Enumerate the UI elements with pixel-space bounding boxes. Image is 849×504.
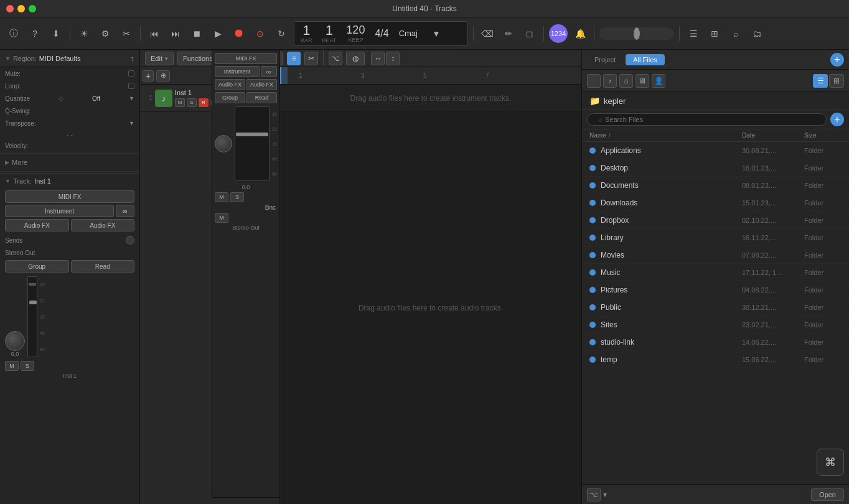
region-chevron[interactable]: ▼ bbox=[5, 55, 11, 62]
search-input[interactable] bbox=[587, 113, 827, 126]
strip-group-btn[interactable]: Group bbox=[215, 92, 245, 103]
forward-btn[interactable]: › bbox=[603, 74, 617, 88]
audio-fx-btn2[interactable]: Audio FX bbox=[71, 219, 135, 231]
scissors-btn[interactable]: ✂ bbox=[304, 52, 318, 65]
more-section[interactable]: ▶ More bbox=[0, 155, 139, 170]
close-button[interactable] bbox=[6, 5, 14, 12]
file-item[interactable]: Documents 08.01.23,... Folder bbox=[582, 177, 849, 194]
import-button[interactable]: ⬇ bbox=[47, 25, 65, 42]
file-item[interactable]: Downloads 15.01.23,... Folder bbox=[582, 194, 849, 212]
group-btn-1[interactable]: Group bbox=[5, 260, 69, 273]
delete-button[interactable]: ⌫ bbox=[479, 25, 496, 42]
track-chevron[interactable]: ▼ bbox=[5, 178, 11, 184]
strip-read-btn[interactable]: Read bbox=[246, 92, 277, 103]
user-btn[interactable]: 👤 bbox=[652, 74, 665, 88]
col-date-header[interactable]: Date bbox=[742, 132, 804, 139]
mute-checkbox[interactable] bbox=[128, 70, 134, 77]
solo-btn-1[interactable]: S bbox=[21, 361, 34, 371]
file-item[interactable]: Sites 23.02.21,... Folder bbox=[582, 316, 849, 334]
mute-btn-1[interactable]: M bbox=[5, 361, 19, 371]
metronome-button[interactable]: ☀ bbox=[75, 25, 93, 42]
info-button[interactable]: ⓘ bbox=[5, 25, 22, 42]
sends-knob[interactable] bbox=[126, 236, 134, 245]
edit-tool-button[interactable]: ✏ bbox=[500, 25, 517, 42]
strip-m-btn2[interactable]: M bbox=[215, 213, 228, 223]
add-browser-btn[interactable]: + bbox=[830, 53, 844, 67]
strip-m-btn[interactable]: M bbox=[215, 192, 228, 202]
loop-btn[interactable]: ◍ bbox=[346, 52, 365, 65]
file-item[interactable]: Movies 07.08.22,... Folder bbox=[582, 246, 849, 264]
file-item[interactable]: Library 16.11.22,... Folder bbox=[582, 229, 849, 246]
strip-fader-handle[interactable] bbox=[236, 133, 268, 136]
file-item[interactable]: Music 17.11.22, 1... Folder bbox=[582, 264, 849, 281]
quantize-arrow[interactable]: ▼ bbox=[129, 95, 134, 101]
main-knob[interactable] bbox=[5, 331, 25, 351]
grid-view-button[interactable]: ⊞ bbox=[706, 25, 723, 42]
minimize-button[interactable] bbox=[17, 5, 25, 12]
file-item[interactable]: studio-link 14.06.22,... Folder bbox=[582, 334, 849, 351]
fast-forward-button[interactable]: ⏭ bbox=[167, 25, 184, 42]
transport-dropdown[interactable]: ▼ bbox=[428, 25, 445, 42]
mixer-button[interactable]: ⚙ bbox=[96, 25, 114, 42]
instrument-btn[interactable]: Instrument bbox=[5, 205, 114, 217]
transpose-arrow[interactable]: ▼ bbox=[129, 120, 134, 126]
audio-fx-btn1[interactable]: Audio FX bbox=[5, 219, 69, 231]
track-view-btn[interactable]: ≡ bbox=[287, 52, 301, 65]
midi-fx-btn[interactable]: MIDI FX bbox=[5, 190, 134, 203]
fader-handle[interactable] bbox=[29, 301, 37, 304]
strip-audio-fx-btn2[interactable]: Audio FX bbox=[246, 79, 277, 90]
stop-button[interactable]: ⏹ bbox=[188, 25, 205, 42]
tab-project[interactable]: Project bbox=[587, 54, 623, 65]
column-view-btn[interactable]: ⊞ bbox=[829, 74, 844, 88]
file-item[interactable]: temp 15.06.22,... Folder bbox=[582, 351, 849, 368]
loop-checkbox[interactable] bbox=[128, 83, 134, 89]
track-m-btn[interactable]: M bbox=[175, 98, 185, 107]
cycle-button[interactable]: ↻ bbox=[273, 25, 290, 42]
notification-button[interactable]: 🔔 bbox=[571, 25, 589, 42]
add-search-btn[interactable]: + bbox=[830, 113, 844, 126]
volume-slider[interactable] bbox=[599, 27, 674, 40]
file-item[interactable]: Public 30.12.21,... Folder bbox=[582, 299, 849, 316]
list-view-btn[interactable]: ☰ bbox=[813, 74, 828, 88]
strip-fader-track[interactable] bbox=[235, 106, 270, 181]
add-track-btn[interactable]: + bbox=[143, 70, 154, 82]
maximize-button[interactable] bbox=[29, 5, 36, 12]
swing-btn[interactable]: ⌥ bbox=[329, 52, 342, 65]
read-btn-1[interactable]: Read bbox=[71, 260, 135, 273]
play-button[interactable]: ▶ bbox=[209, 25, 227, 42]
search-toolbar-button[interactable]: ⌕ bbox=[727, 25, 744, 42]
home-btn[interactable]: ⌂ bbox=[619, 74, 633, 88]
instrument-icon[interactable]: ∞ bbox=[116, 205, 134, 217]
col-name-header[interactable]: Name ↑ bbox=[589, 132, 742, 139]
help-button[interactable]: ? bbox=[26, 25, 44, 42]
col-size-header[interactable]: Size bbox=[804, 132, 842, 139]
list-view-button[interactable]: ☰ bbox=[685, 25, 702, 42]
duplicate-btn[interactable]: ⊕ bbox=[156, 70, 170, 82]
region-expand-btn[interactable]: ↑ bbox=[130, 54, 134, 63]
strip-instrument-icon[interactable]: ∞ bbox=[261, 66, 277, 77]
browser-button[interactable]: 🗂 bbox=[748, 25, 766, 42]
capture-button[interactable]: ⊙ bbox=[251, 25, 269, 42]
strip-midi-fx-btn[interactable]: MIDI FX bbox=[215, 53, 277, 64]
file-item[interactable]: Pictures 04.08.22,... Folder bbox=[582, 281, 849, 299]
quick-action-btn[interactable]: ⌘ bbox=[817, 449, 844, 476]
track-s-btn[interactable]: S bbox=[187, 98, 197, 107]
strip-s-btn[interactable]: S bbox=[230, 192, 244, 202]
back-btn[interactable]: ‹ bbox=[587, 74, 601, 88]
flex-button[interactable]: ◻ bbox=[521, 25, 538, 42]
open-btn[interactable]: Open bbox=[811, 488, 844, 501]
fader-track-1[interactable] bbox=[27, 276, 37, 357]
computer-btn[interactable]: 🖥 bbox=[636, 74, 649, 88]
zoom-in-btn[interactable]: ↔ bbox=[371, 52, 385, 65]
file-item[interactable]: Dropbox 02.10.22,... Folder bbox=[582, 212, 849, 229]
footer-arrow[interactable]: ▾ bbox=[603, 490, 607, 499]
edit-menu-btn[interactable]: Edit ▾ bbox=[145, 52, 174, 65]
strip-main-knob[interactable] bbox=[215, 135, 232, 152]
file-item[interactable]: Desktop 16.01.23,... Folder bbox=[582, 159, 849, 177]
track-r-btn[interactable]: R bbox=[199, 98, 209, 107]
strip-instrument-btn[interactable]: Instrument bbox=[215, 66, 260, 77]
strip-audio-fx-btn1[interactable]: Audio FX bbox=[215, 79, 245, 90]
cut-button[interactable]: ✂ bbox=[118, 25, 135, 42]
track-lane-instrument[interactable]: Drag audio files here to create instrume… bbox=[280, 85, 581, 112]
tab-all-files[interactable]: All Files bbox=[626, 54, 665, 65]
